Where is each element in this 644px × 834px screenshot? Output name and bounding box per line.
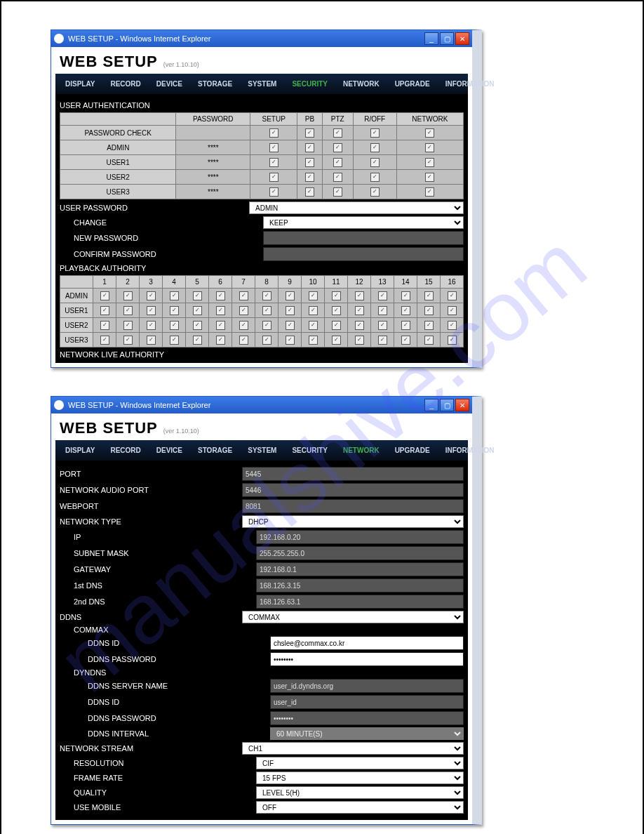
auth-checkbox[interactable] — [370, 128, 380, 138]
pb-checkbox[interactable] — [170, 306, 179, 315]
pb-checkbox[interactable] — [216, 291, 225, 300]
auth-checkbox[interactable] — [333, 143, 342, 152]
pb-checkbox[interactable] — [123, 306, 133, 315]
pb-checkbox[interactable] — [123, 336, 133, 345]
auth-checkbox[interactable] — [425, 143, 434, 152]
tab-record[interactable]: RECORD — [103, 77, 147, 91]
pb-checkbox[interactable] — [448, 321, 457, 330]
pb-checkbox[interactable] — [355, 291, 364, 300]
pb-checkbox[interactable] — [239, 306, 248, 315]
pb-checkbox[interactable] — [332, 336, 341, 345]
net-input-subnet-mask[interactable] — [256, 546, 464, 560]
pb-checkbox[interactable] — [286, 291, 295, 300]
auth-checkbox[interactable] — [269, 187, 279, 197]
auth-checkbox[interactable] — [425, 187, 434, 197]
pb-checkbox[interactable] — [401, 291, 410, 300]
net-input-ddns-password[interactable] — [270, 711, 464, 725]
net-input-ddns-id[interactable] — [270, 695, 464, 709]
auth-checkbox[interactable] — [305, 187, 314, 197]
tab-system[interactable]: SYSTEM — [241, 443, 283, 458]
pb-checkbox[interactable] — [100, 321, 109, 330]
tab-network[interactable]: NETWORK — [336, 443, 387, 458]
net-select-use-mobile[interactable]: OFF — [256, 801, 464, 814]
pb-checkbox[interactable] — [239, 291, 248, 300]
tab-upgrade[interactable]: UPGRADE — [388, 443, 437, 458]
net-input-2nd-dns[interactable] — [256, 595, 464, 609]
pb-checkbox[interactable] — [355, 336, 364, 345]
auth-checkbox[interactable] — [305, 128, 314, 138]
pb-checkbox[interactable] — [448, 306, 457, 315]
net-input-ddns-password[interactable] — [270, 652, 464, 666]
tab-device[interactable]: DEVICE — [149, 77, 189, 91]
confirm-password-input[interactable] — [263, 247, 464, 261]
pb-checkbox[interactable] — [193, 291, 202, 300]
net-input-port[interactable] — [242, 467, 464, 481]
minimize-button[interactable]: _ — [424, 399, 438, 411]
tab-security[interactable]: SECURITY — [285, 443, 335, 458]
pb-checkbox[interactable] — [378, 306, 387, 315]
auth-checkbox[interactable] — [333, 158, 342, 167]
auth-checkbox[interactable] — [305, 173, 314, 182]
pb-checkbox[interactable] — [262, 321, 271, 330]
pb-checkbox[interactable] — [216, 336, 225, 345]
pb-checkbox[interactable] — [378, 336, 387, 345]
net-select-quality[interactable]: LEVEL 5(H) — [256, 786, 464, 799]
tab-information[interactable]: INFORMATION — [438, 443, 502, 458]
close-button[interactable]: ✕ — [455, 32, 469, 45]
pb-checkbox[interactable] — [193, 321, 202, 330]
auth-checkbox[interactable] — [333, 187, 342, 197]
change-select[interactable]: KEEP — [263, 216, 464, 229]
tab-device[interactable]: DEVICE — [149, 443, 189, 458]
net-select-resolution[interactable]: CIF — [256, 757, 464, 769]
tab-system[interactable]: SYSTEM — [241, 77, 283, 91]
pb-checkbox[interactable] — [170, 336, 179, 345]
pb-checkbox[interactable] — [424, 306, 434, 315]
tab-display[interactable]: DISPLAY — [58, 443, 102, 458]
tab-network[interactable]: NETWORK — [336, 77, 387, 91]
auth-checkbox[interactable] — [269, 158, 279, 167]
auth-checkbox[interactable] — [305, 158, 314, 167]
pb-checkbox[interactable] — [216, 321, 225, 330]
pb-checkbox[interactable] — [309, 336, 318, 345]
pb-checkbox[interactable] — [401, 321, 410, 330]
pb-checkbox[interactable] — [424, 336, 434, 345]
pb-checkbox[interactable] — [332, 291, 341, 300]
pb-checkbox[interactable] — [355, 321, 364, 330]
pb-checkbox[interactable] — [401, 336, 410, 345]
tab-storage[interactable]: STORAGE — [191, 443, 239, 458]
pb-checkbox[interactable] — [262, 291, 271, 300]
tab-information[interactable]: INFORMATION — [438, 77, 502, 91]
auth-checkbox[interactable] — [305, 143, 314, 152]
net-input-ddns-server-name[interactable] — [270, 679, 464, 693]
net-input-gateway[interactable] — [256, 562, 464, 576]
auth-checkbox[interactable] — [425, 158, 434, 167]
auth-checkbox[interactable] — [370, 143, 380, 152]
auth-checkbox[interactable] — [425, 128, 434, 138]
pb-checkbox[interactable] — [309, 306, 318, 315]
pb-checkbox[interactable] — [286, 321, 295, 330]
pb-checkbox[interactable] — [239, 336, 248, 345]
auth-checkbox[interactable] — [370, 158, 380, 167]
pb-checkbox[interactable] — [216, 306, 225, 315]
net-select-ddns-interval[interactable]: 60 MINUTE(S) — [270, 727, 464, 740]
pb-checkbox[interactable] — [100, 306, 109, 315]
pb-checkbox[interactable] — [123, 321, 133, 330]
pb-checkbox[interactable] — [262, 336, 271, 345]
pb-checkbox[interactable] — [378, 321, 387, 330]
pb-checkbox[interactable] — [262, 306, 271, 315]
pb-checkbox[interactable] — [147, 291, 156, 300]
new-password-input[interactable] — [263, 231, 464, 245]
pb-checkbox[interactable] — [193, 306, 202, 315]
minimize-button[interactable]: _ — [424, 32, 438, 45]
tab-upgrade[interactable]: UPGRADE — [388, 77, 437, 91]
pb-checkbox[interactable] — [424, 321, 434, 330]
pb-checkbox[interactable] — [147, 336, 156, 345]
close-button[interactable]: ✕ — [455, 399, 469, 411]
pb-checkbox[interactable] — [123, 291, 133, 300]
pb-checkbox[interactable] — [239, 321, 248, 330]
pb-checkbox[interactable] — [100, 291, 109, 300]
pb-checkbox[interactable] — [401, 306, 410, 315]
auth-checkbox[interactable] — [269, 128, 279, 138]
pb-checkbox[interactable] — [378, 291, 387, 300]
net-select-ddns[interactable]: COMMAX — [242, 611, 464, 623]
